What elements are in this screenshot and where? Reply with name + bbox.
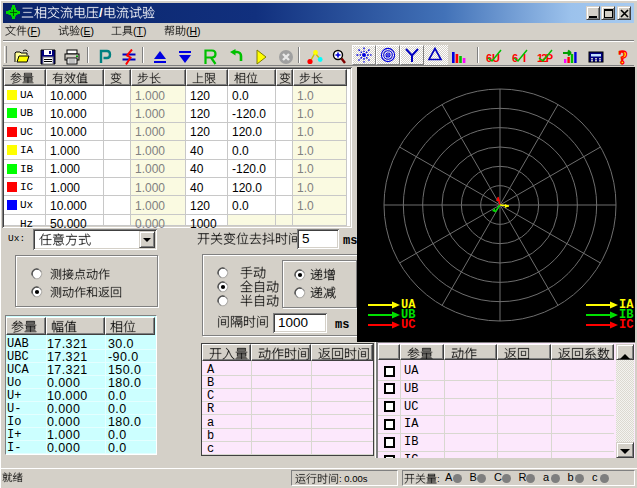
svg-text:?: ? bbox=[618, 49, 628, 65]
